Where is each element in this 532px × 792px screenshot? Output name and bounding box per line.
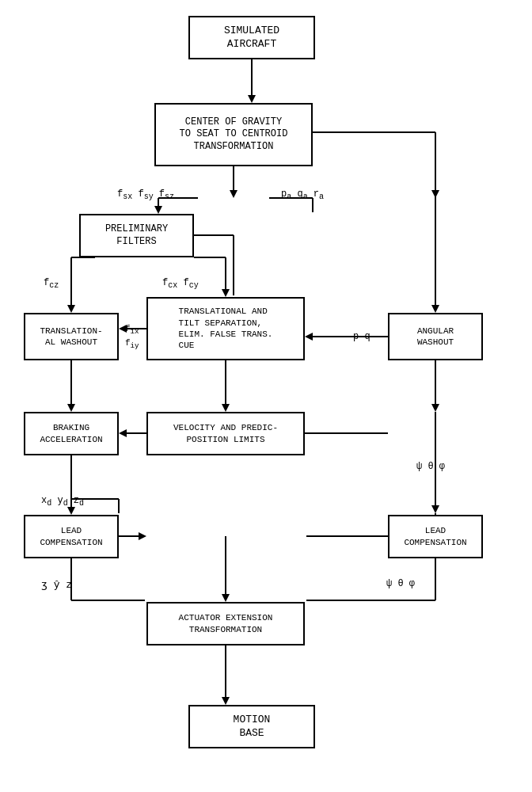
xd-yd-zd-label: xd yd zd [41,495,84,508]
simulated-aircraft-label: SIMULATED AIRCRAFT [224,25,279,51]
pq-label: p q [353,331,370,342]
svg-marker-35 [222,594,230,602]
motion-base-label: MOTION BASE [234,714,271,741]
svg-marker-12 [222,289,230,297]
diagram-container: SIMULATED AIRCRAFT CENTER OF GRAVITY TO … [0,0,532,792]
velocity-predic-label: VELOCITY AND PREDIC- POSITION LIMITS [173,422,278,445]
svg-marker-20 [305,333,313,341]
fcz-label: fcz [44,277,59,290]
lead-compensation-right-box: LEAD COMPENSATION [388,515,483,558]
lead-compensation-left-label: LEAD COMPENSATION [40,525,102,548]
svg-marker-14 [431,305,439,313]
center-of-gravity-label: CENTER OF GRAVITY TO SEAT TO CENTROID TR… [180,116,288,154]
svg-marker-1 [248,95,256,103]
fsx-fsy-fsz-label: fsx fsy fsz [117,188,174,201]
preliminary-filters-label: PRELIMINARY FILTERS [105,223,168,248]
svg-marker-31 [67,507,75,515]
angular-washout-box: ANGULAR WASHOUT [388,313,483,360]
lead-compensation-left-box: LEAD COMPENSATION [24,515,119,558]
svg-marker-24 [119,429,127,437]
svg-marker-49 [154,206,162,214]
psi-theta-phi-right-label: ψ θ φ [416,461,445,472]
lead-compensation-right-label: LEAD COMPENSATION [404,525,466,548]
svg-marker-22 [67,404,75,412]
translational-tilt-box: TRANSLATIONAL AND TILT SEPARATION, ELIM.… [146,297,305,360]
xyz-bottom-label: ʒ ŷ z [41,578,72,591]
center-of-gravity-box: CENTER OF GRAVITY TO SEAT TO CENTROID TR… [154,103,313,166]
translational-tilt-label: TRANSLATIONAL AND TILT SEPARATION, ELIM.… [179,306,273,351]
braking-acceleration-label: BRAKING ACCELERATION [40,422,102,445]
svg-marker-9 [67,305,75,313]
actuator-extension-box: ACTUATOR EXTENSION TRANSFORMATION [146,602,305,645]
svg-marker-3 [230,190,238,198]
translational-washout-box: TRANSLATION- AL WASHOUT [24,313,119,360]
velocity-predic-box: VELOCITY AND PREDIC- POSITION LIMITS [146,412,305,455]
svg-marker-33 [139,532,146,540]
svg-marker-6 [431,190,439,198]
simulated-aircraft-box: SIMULATED AIRCRAFT [188,16,315,59]
motion-base-box: MOTION BASE [188,705,315,748]
angular-washout-label: ANGULAR WASHOUT [417,326,454,348]
translational-washout-label: TRANSLATION- AL WASHOUT [40,326,102,348]
preliminary-filters-box: PRELIMINARY FILTERS [79,214,194,257]
fix-fiy-label: fixfiy [125,323,139,352]
svg-marker-38 [222,697,230,705]
svg-marker-26 [222,404,230,412]
actuator-extension-label: ACTUATOR EXTENSION TRANSFORMATION [179,612,273,635]
pa-qa-ra-label: pa qa ra [281,188,324,201]
psi-theta-phi-bottom-label: ψ θ φ [386,578,415,589]
svg-marker-28 [431,505,439,513]
fcx-fcy-label: fcx fcy [162,277,199,290]
braking-acceleration-box: BRAKING ACCELERATION [24,412,119,455]
svg-marker-18 [431,404,439,412]
